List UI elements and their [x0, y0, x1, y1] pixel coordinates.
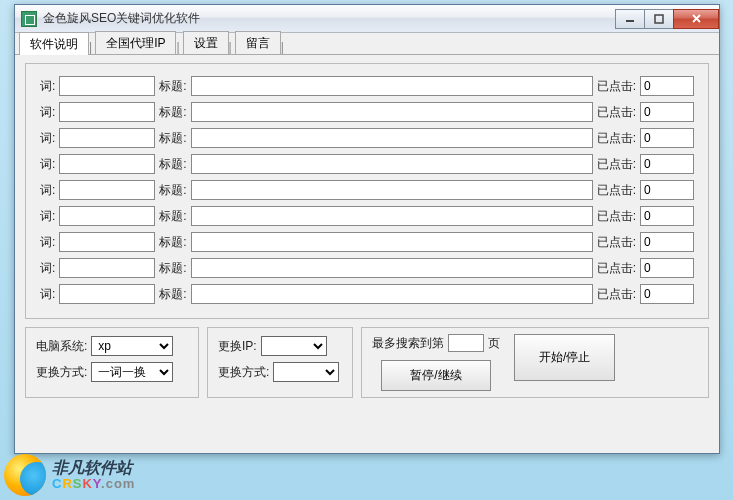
ip-method-label: 更换方式: [218, 364, 269, 381]
title-label: 标题: [159, 104, 186, 121]
action-group: 最多搜索到第 页 暂停/继续 开始/停止 [361, 327, 709, 398]
clicked-input[interactable] [640, 154, 694, 174]
word-input[interactable] [59, 128, 155, 148]
clicked-label: 已点击: [597, 260, 636, 277]
title-label: 标题: [159, 208, 186, 225]
bottom-controls: 电脑系统: xp 更换方式: 一词一换 更换IP: 更换方式: [25, 327, 709, 398]
change-ip-label: 更换IP: [218, 338, 257, 355]
change-ip-select[interactable] [261, 336, 327, 356]
clicked-input[interactable] [640, 128, 694, 148]
title-input[interactable] [191, 284, 593, 304]
title-input[interactable] [191, 76, 593, 96]
clicked-input[interactable] [640, 180, 694, 200]
title-label: 标题: [159, 78, 186, 95]
watermark-cn: 非凡软件站 [52, 459, 135, 477]
word-label: 词: [40, 286, 55, 303]
keyword-row: 词:标题:已点击: [40, 180, 694, 200]
word-input[interactable] [59, 180, 155, 200]
title-input[interactable] [191, 154, 593, 174]
keyword-row: 词:标题:已点击: [40, 258, 694, 278]
clicked-input[interactable] [640, 102, 694, 122]
word-input[interactable] [59, 206, 155, 226]
app-icon [21, 11, 37, 27]
word-input[interactable] [59, 232, 155, 252]
minimize-button[interactable] [615, 9, 645, 29]
content-area: 词:标题:已点击:词:标题:已点击:词:标题:已点击:词:标题:已点击:词:标题… [15, 55, 719, 406]
keywords-panel: 词:标题:已点击:词:标题:已点击:词:标题:已点击:词:标题:已点击:词:标题… [25, 63, 709, 319]
word-input[interactable] [59, 154, 155, 174]
word-label: 词: [40, 78, 55, 95]
title-input[interactable] [191, 232, 593, 252]
max-search-label-pre: 最多搜索到第 [372, 335, 444, 352]
title-input[interactable] [191, 102, 593, 122]
clicked-label: 已点击: [597, 130, 636, 147]
clicked-label: 已点击: [597, 78, 636, 95]
tab-software-info[interactable]: 软件说明 [19, 32, 89, 55]
clicked-label: 已点击: [597, 156, 636, 173]
clicked-input[interactable] [640, 284, 694, 304]
clicked-input[interactable] [640, 76, 694, 96]
close-button[interactable] [673, 9, 719, 29]
ip-method-select[interactable] [273, 362, 339, 382]
svg-rect-1 [655, 15, 663, 23]
keyword-row: 词:标题:已点击: [40, 206, 694, 226]
keyword-row: 词:标题:已点击: [40, 232, 694, 252]
word-label: 词: [40, 130, 55, 147]
tab-message[interactable]: 留言 [235, 31, 281, 54]
watermark-en: CRSKY.com [52, 477, 135, 491]
keyword-row: 词:标题:已点击: [40, 284, 694, 304]
keyword-row: 词:标题:已点击: [40, 154, 694, 174]
tab-bar: 软件说明 | 全国代理IP | 设置 | 留言 | [15, 33, 719, 55]
window-title: 金色旋风SEO关键词优化软件 [43, 10, 200, 27]
window-controls [616, 9, 719, 29]
word-label: 词: [40, 208, 55, 225]
clicked-input[interactable] [640, 206, 694, 226]
word-label: 词: [40, 182, 55, 199]
title-label: 标题: [159, 182, 186, 199]
word-input[interactable] [59, 258, 155, 278]
watermark-icon [4, 454, 46, 496]
word-label: 词: [40, 156, 55, 173]
title-label: 标题: [159, 130, 186, 147]
pause-resume-button[interactable]: 暂停/继续 [381, 360, 491, 391]
title-input[interactable] [191, 128, 593, 148]
clicked-input[interactable] [640, 258, 694, 278]
title-label: 标题: [159, 286, 186, 303]
word-input[interactable] [59, 284, 155, 304]
os-select[interactable]: xp [91, 336, 173, 356]
word-input[interactable] [59, 102, 155, 122]
max-search-label-post: 页 [488, 335, 500, 352]
keyword-row: 词:标题:已点击: [40, 76, 694, 96]
word-label: 词: [40, 260, 55, 277]
word-input[interactable] [59, 76, 155, 96]
app-window: 金色旋风SEO关键词优化软件 软件说明 | 全国代理IP | 设置 | 留言 |… [14, 4, 720, 454]
start-stop-button[interactable]: 开始/停止 [514, 334, 615, 381]
tab-proxy-ip[interactable]: 全国代理IP [95, 31, 176, 54]
max-search-input[interactable] [448, 334, 484, 352]
word-label: 词: [40, 104, 55, 121]
system-group: 电脑系统: xp 更换方式: 一词一换 [25, 327, 199, 398]
maximize-button[interactable] [644, 9, 674, 29]
clicked-label: 已点击: [597, 286, 636, 303]
word-label: 词: [40, 234, 55, 251]
ip-group: 更换IP: 更换方式: [207, 327, 353, 398]
clicked-label: 已点击: [597, 234, 636, 251]
clicked-label: 已点击: [597, 208, 636, 225]
os-label: 电脑系统: [36, 338, 87, 355]
title-label: 标题: [159, 260, 186, 277]
tab-settings[interactable]: 设置 [183, 31, 229, 54]
title-input[interactable] [191, 180, 593, 200]
clicked-label: 已点击: [597, 104, 636, 121]
title-label: 标题: [159, 156, 186, 173]
watermark: 非凡软件站 CRSKY.com [4, 454, 135, 496]
keyword-row: 词:标题:已点击: [40, 102, 694, 122]
keyword-row: 词:标题:已点击: [40, 128, 694, 148]
title-label: 标题: [159, 234, 186, 251]
title-input[interactable] [191, 206, 593, 226]
clicked-label: 已点击: [597, 182, 636, 199]
switch-mode-label: 更换方式: [36, 364, 87, 381]
titlebar[interactable]: 金色旋风SEO关键词优化软件 [15, 5, 719, 33]
clicked-input[interactable] [640, 232, 694, 252]
title-input[interactable] [191, 258, 593, 278]
switch-mode-select[interactable]: 一词一换 [91, 362, 173, 382]
